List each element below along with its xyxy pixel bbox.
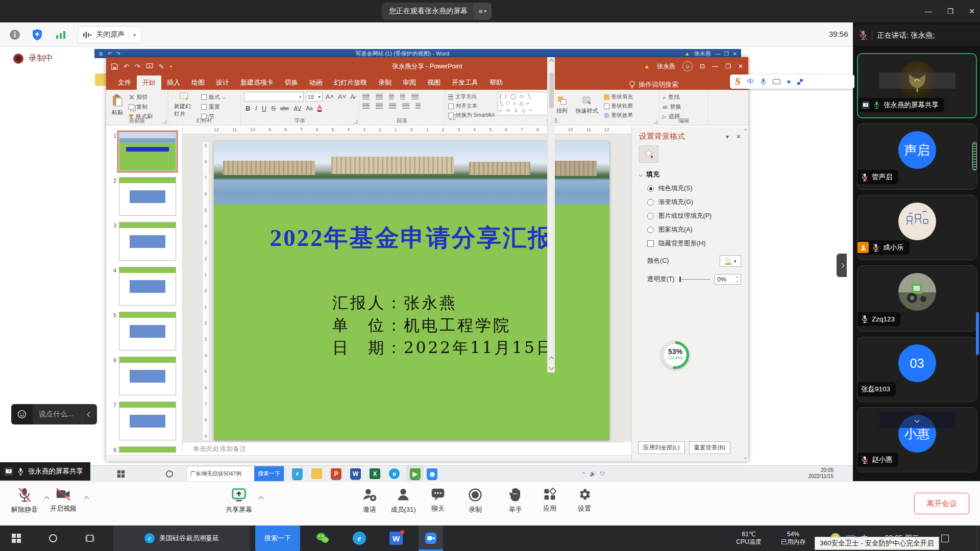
chat-quick-input[interactable]: 说点什么... bbox=[11, 404, 97, 424]
ppt-minimize-button[interactable]: — bbox=[712, 63, 718, 70]
participant-tile-share[interactable]: 张永燕的屏幕共享 bbox=[857, 53, 977, 118]
change-case-button[interactable]: Aa bbox=[306, 105, 312, 111]
slide-thumbnail[interactable]: 2 bbox=[110, 177, 179, 216]
notes-pane[interactable]: 单击此处添加备注 bbox=[183, 442, 624, 455]
panel-close-icon[interactable]: ✕ bbox=[736, 133, 741, 140]
ribbon-tab[interactable]: 视图 bbox=[422, 76, 446, 90]
inner-tray[interactable]: 🔊🛡 bbox=[582, 466, 605, 482]
transparency-slider[interactable] bbox=[679, 279, 710, 280]
cut-button[interactable]: 剪切 bbox=[129, 93, 153, 101]
wechat-icon[interactable] bbox=[312, 525, 333, 551]
numbering-icon[interactable] bbox=[376, 94, 383, 99]
slide-thumbnail[interactable]: 4 bbox=[110, 267, 179, 306]
strikethrough-button[interactable]: S bbox=[271, 105, 276, 112]
undo-icon[interactable]: ↶ bbox=[108, 51, 112, 57]
ppt-titlebar[interactable]: ↶ ↷ ✎ ▾ 张永燕分享 - PowerPoint ▲ 张永燕 ☺ ⊡ — ❐… bbox=[106, 57, 748, 76]
hide-background-checkbox[interactable]: 隐藏背景图形(H) bbox=[647, 239, 741, 248]
reset-button[interactable]: 重置 bbox=[201, 103, 226, 111]
collapse-down-band[interactable] bbox=[879, 412, 955, 428]
wps-icon[interactable]: W bbox=[386, 525, 406, 551]
decrease-indent-icon[interactable] bbox=[389, 94, 394, 99]
search-icon[interactable] bbox=[44, 525, 62, 551]
align-right-icon[interactable] bbox=[389, 103, 396, 109]
view-menu-button[interactable]: ≡▾ bbox=[474, 3, 492, 20]
ime-keyboard-icon[interactable] bbox=[773, 79, 780, 84]
mute-original-sound-button[interactable]: 关闭原声 ▾ bbox=[78, 26, 141, 43]
grow-font-button[interactable]: A˄ bbox=[325, 93, 335, 101]
apply-to-all-button[interactable]: 应用到全部(L) bbox=[638, 441, 685, 454]
find-button[interactable]: ⌕查找 bbox=[663, 93, 681, 101]
slide-thumbnail[interactable]: 8 bbox=[110, 446, 179, 453]
slide-scrollbar[interactable] bbox=[547, 57, 555, 372]
shape-fill-button[interactable]: 形状填充 bbox=[604, 93, 633, 101]
participant-tile[interactable]: 声启 管声启 bbox=[857, 123, 977, 190]
meeting-app-icon[interactable]: ◉ bbox=[427, 466, 437, 482]
next-slide-button[interactable] bbox=[549, 365, 554, 370]
dialog-launcher-icon[interactable] bbox=[654, 120, 657, 123]
record-button[interactable]: 录制 bbox=[454, 487, 497, 514]
clear-format-button[interactable]: A̷ bbox=[349, 93, 356, 101]
fill-bucket-tab[interactable] bbox=[639, 145, 658, 163]
slide-thumbnail[interactable]: 7 bbox=[110, 402, 179, 441]
char-spacing-button[interactable]: A̲V̲ bbox=[294, 105, 302, 111]
line-spacing-icon[interactable] bbox=[411, 94, 419, 99]
emoji-icon[interactable] bbox=[11, 404, 33, 424]
taskbar-search-button[interactable]: 搜索一下 bbox=[255, 525, 300, 551]
ribbon-display-icon[interactable]: ⊡ bbox=[700, 63, 705, 70]
ribbon-tab[interactable]: 文件 bbox=[112, 76, 137, 90]
minimize-button[interactable]: — bbox=[925, 7, 932, 15]
share-screen-button[interactable]: 共享屏幕 bbox=[217, 487, 260, 514]
ribbon-tab[interactable]: 帮助 bbox=[484, 76, 508, 90]
edge-icon[interactable]: e bbox=[389, 466, 400, 482]
panel-scrollbar[interactable] bbox=[743, 129, 748, 459]
performance-ball[interactable]: 53% ↑23.4K/s bbox=[662, 341, 689, 369]
italic-button[interactable]: I bbox=[255, 104, 257, 112]
copy-button[interactable]: 复制 bbox=[129, 103, 153, 111]
justify-icon[interactable] bbox=[402, 103, 409, 109]
qq-browser-icon[interactable]: e bbox=[349, 525, 370, 551]
fill-option-radio[interactable]: 图案填充(A) bbox=[647, 226, 741, 234]
slide-thumbnail[interactable]: 1 bbox=[110, 132, 179, 171]
word-close-button[interactable]: ✕ bbox=[733, 51, 737, 57]
participant-tile[interactable]: Zzq123 bbox=[857, 265, 977, 332]
scrollbar-thumb[interactable] bbox=[549, 72, 554, 108]
align-text-button[interactable]: 对齐文本 bbox=[448, 103, 495, 110]
cortana-icon[interactable] bbox=[163, 466, 176, 482]
shapes-gallery[interactable]: { ⟨ ◯ ▭ ╲╲ □ ○ △ ⌐⌐ ⇨ ⇩ ◇ ~ bbox=[498, 92, 551, 115]
notification-icon[interactable] bbox=[938, 525, 951, 551]
ime-toolbar[interactable]: S 中 ♥ bbox=[730, 74, 854, 89]
excel-icon[interactable]: X bbox=[370, 466, 380, 482]
maximize-button[interactable]: ❐ bbox=[947, 7, 954, 15]
ribbon-tab[interactable]: 切换 bbox=[279, 76, 304, 90]
slide-thumbnail[interactable]: 6 bbox=[110, 357, 179, 396]
collapse-icon[interactable] bbox=[639, 172, 643, 177]
increase-indent-icon[interactable] bbox=[400, 94, 405, 99]
new-slide-button[interactable]: 新建幻灯片 bbox=[172, 92, 198, 118]
ppt-close-button[interactable]: ✕ bbox=[738, 63, 743, 70]
ie-icon[interactable]: e bbox=[292, 466, 303, 482]
columns-icon[interactable] bbox=[415, 103, 421, 109]
reset-background-button[interactable]: 重置背景(B) bbox=[689, 441, 730, 454]
bold-button[interactable]: B bbox=[246, 105, 250, 112]
chat-button[interactable]: 聊天 bbox=[416, 487, 459, 513]
start-button[interactable] bbox=[114, 466, 128, 482]
layout-button[interactable]: 版式 bbox=[201, 93, 226, 101]
font-name-select[interactable]: ▾ bbox=[244, 92, 304, 102]
participant-tile[interactable]: 小惠 赵小惠 bbox=[857, 407, 977, 472]
meeting-taskbar-icon[interactable] bbox=[419, 525, 443, 551]
sogou-logo-icon[interactable]: S bbox=[735, 76, 741, 87]
save-icon[interactable]: 🗎 bbox=[99, 51, 104, 57]
shadow-button[interactable]: abc bbox=[280, 105, 289, 111]
ribbon-tab[interactable]: 审阅 bbox=[397, 76, 422, 90]
slideshow-icon[interactable] bbox=[146, 63, 153, 69]
transparency-value-box[interactable]: 0%˄˅ bbox=[715, 274, 741, 285]
scroll-up-icon[interactable] bbox=[549, 59, 554, 64]
fill-option-radio[interactable]: 纯色填充(S) bbox=[647, 184, 741, 193]
caret-down-icon[interactable]: ▾ bbox=[133, 32, 136, 38]
task-view-icon[interactable] bbox=[81, 525, 99, 551]
ribbon-tab[interactable]: 插入 bbox=[161, 76, 186, 90]
taskbar-search-box[interactable]: 广东增无症状5047例 搜索一下 bbox=[186, 466, 284, 482]
word-minimize-button[interactable]: — bbox=[715, 51, 720, 57]
ribbon-tab[interactable]: 开始 bbox=[137, 76, 161, 90]
word-restore-button[interactable]: ❐ bbox=[724, 51, 729, 57]
